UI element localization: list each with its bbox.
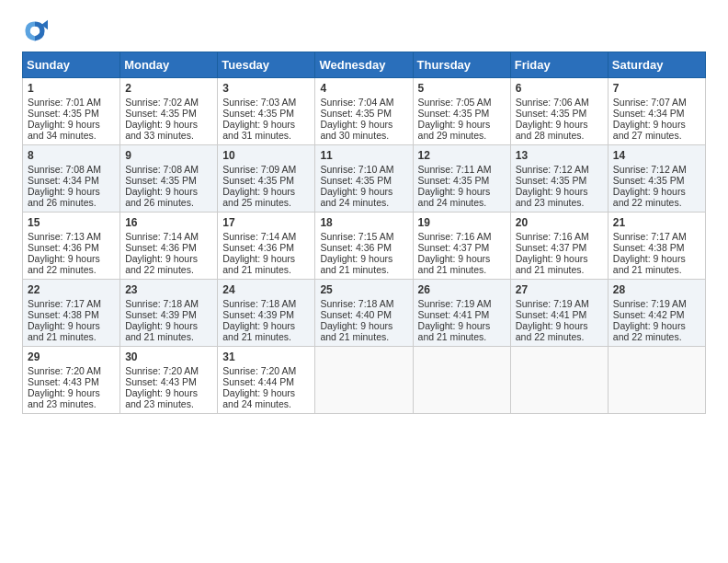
daylight-label: Daylight: 9 hours and 25 minutes. [222,186,295,208]
calendar-cell: 22Sunrise: 7:17 AMSunset: 4:38 PMDayligh… [23,280,120,347]
calendar-cell [413,347,510,414]
calendar-week-row: 29Sunrise: 7:20 AMSunset: 4:43 PMDayligh… [23,347,706,414]
day-number: 15 [28,216,115,229]
daylight-label: Daylight: 9 hours and 29 minutes. [418,119,491,141]
sunrise-label: Sunrise: 7:10 AM [320,164,393,175]
daylight-label: Daylight: 9 hours and 23 minutes. [125,387,198,409]
day-number: 14 [613,149,700,162]
daylight-label: Daylight: 9 hours and 23 minutes. [516,186,588,208]
calendar-cell: 7Sunrise: 7:07 AMSunset: 4:34 PMDaylight… [608,78,705,145]
calendar-cell [315,347,413,414]
daylight-label: Daylight: 9 hours and 30 minutes. [320,119,392,141]
daylight-label: Daylight: 9 hours and 21 minutes. [516,253,588,275]
calendar-cell: 20Sunrise: 7:16 AMSunset: 4:37 PMDayligh… [510,213,608,280]
day-number: 1 [28,82,115,95]
calendar-cell: 25Sunrise: 7:18 AMSunset: 4:40 PMDayligh… [315,280,413,347]
daylight-label: Daylight: 9 hours and 21 minutes. [418,253,491,275]
calendar-header-row: SundayMondayTuesdayWednesdayThursdayFrid… [23,52,706,78]
logo [22,18,51,44]
day-number: 10 [222,149,310,162]
day-number: 18 [320,216,407,229]
calendar-cell [510,347,608,414]
sunset-label: Sunset: 4:35 PM [222,175,294,186]
day-number: 25 [320,283,407,296]
day-number: 28 [613,283,700,296]
sunset-label: Sunset: 4:38 PM [613,242,685,253]
sunrise-label: Sunrise: 7:18 AM [320,298,393,309]
day-number: 22 [28,283,115,296]
sunrise-label: Sunrise: 7:03 AM [222,97,296,108]
daylight-label: Daylight: 9 hours and 21 minutes. [222,320,295,342]
sunset-label: Sunset: 4:37 PM [418,242,490,253]
sunset-label: Sunset: 4:41 PM [418,309,490,320]
weekday-header-saturday: Saturday [608,52,705,78]
daylight-label: Daylight: 9 hours and 21 minutes. [125,320,198,342]
calendar-cell [608,347,705,414]
daylight-label: Daylight: 9 hours and 21 minutes. [418,320,491,342]
calendar-cell: 19Sunrise: 7:16 AMSunset: 4:37 PMDayligh… [413,213,510,280]
sunset-label: Sunset: 4:44 PM [222,376,294,387]
calendar-cell: 2Sunrise: 7:02 AMSunset: 4:35 PMDaylight… [120,78,218,145]
daylight-label: Daylight: 9 hours and 23 minutes. [28,387,100,409]
daylight-label: Daylight: 9 hours and 28 minutes. [516,119,588,141]
calendar-week-row: 8Sunrise: 7:08 AMSunset: 4:34 PMDaylight… [23,145,706,213]
calendar-cell: 31Sunrise: 7:20 AMSunset: 4:44 PMDayligh… [218,347,315,414]
sunset-label: Sunset: 4:37 PM [516,242,587,253]
sunrise-label: Sunrise: 7:07 AM [613,97,687,108]
day-number: 12 [418,149,506,162]
sunrise-label: Sunrise: 7:16 AM [418,231,492,242]
sunset-label: Sunset: 4:43 PM [28,376,99,387]
day-number: 7 [613,82,700,95]
daylight-label: Daylight: 9 hours and 21 minutes. [320,320,392,342]
daylight-label: Daylight: 9 hours and 27 minutes. [613,119,686,141]
daylight-label: Daylight: 9 hours and 24 minutes. [320,186,392,208]
calendar-cell: 15Sunrise: 7:13 AMSunset: 4:36 PMDayligh… [23,213,120,280]
sunset-label: Sunset: 4:35 PM [125,175,197,186]
daylight-label: Daylight: 9 hours and 34 minutes. [28,119,100,141]
sunset-label: Sunset: 4:35 PM [28,108,99,119]
sunrise-label: Sunrise: 7:04 AM [320,97,393,108]
day-number: 16 [125,216,212,229]
sunset-label: Sunset: 4:34 PM [28,175,99,186]
calendar-cell: 12Sunrise: 7:11 AMSunset: 4:35 PMDayligh… [413,145,510,213]
day-number: 24 [222,283,310,296]
sunset-label: Sunset: 4:36 PM [222,242,294,253]
day-number: 4 [320,82,407,95]
day-number: 8 [28,149,115,162]
day-number: 6 [516,82,603,95]
sunset-label: Sunset: 4:43 PM [125,376,197,387]
sunrise-label: Sunrise: 7:02 AM [125,97,199,108]
daylight-label: Daylight: 9 hours and 24 minutes. [222,387,295,409]
day-number: 9 [125,149,212,162]
day-number: 2 [125,82,212,95]
daylight-label: Daylight: 9 hours and 21 minutes. [320,253,392,275]
calendar-cell: 6Sunrise: 7:06 AMSunset: 4:35 PMDaylight… [510,78,608,145]
daylight-label: Daylight: 9 hours and 21 minutes. [613,253,686,275]
weekday-header-thursday: Thursday [413,52,510,78]
calendar-cell: 16Sunrise: 7:14 AMSunset: 4:36 PMDayligh… [120,213,218,280]
day-number: 17 [222,216,310,229]
day-number: 21 [613,216,700,229]
calendar-cell: 1Sunrise: 7:01 AMSunset: 4:35 PMDaylight… [23,78,120,145]
daylight-label: Daylight: 9 hours and 26 minutes. [125,186,198,208]
sunset-label: Sunset: 4:35 PM [222,108,294,119]
day-number: 3 [222,82,310,95]
calendar-cell: 17Sunrise: 7:14 AMSunset: 4:36 PMDayligh… [218,213,315,280]
sunrise-label: Sunrise: 7:08 AM [28,164,101,175]
day-number: 27 [516,283,603,296]
calendar-cell: 8Sunrise: 7:08 AMSunset: 4:34 PMDaylight… [23,145,120,213]
sunrise-label: Sunrise: 7:17 AM [28,298,101,309]
calendar-cell: 24Sunrise: 7:18 AMSunset: 4:39 PMDayligh… [218,280,315,347]
sunrise-label: Sunrise: 7:15 AM [320,231,393,242]
page-header [22,18,706,44]
daylight-label: Daylight: 9 hours and 22 minutes. [613,186,686,208]
calendar-cell: 9Sunrise: 7:08 AMSunset: 4:35 PMDaylight… [120,145,218,213]
sunset-label: Sunset: 4:34 PM [613,108,685,119]
sunset-label: Sunset: 4:36 PM [320,242,392,253]
weekday-header-wednesday: Wednesday [315,52,413,78]
weekday-header-friday: Friday [510,52,608,78]
sunrise-label: Sunrise: 7:06 AM [516,97,589,108]
weekday-header-tuesday: Tuesday [218,52,315,78]
sunrise-label: Sunrise: 7:20 AM [222,365,296,376]
sunrise-label: Sunrise: 7:14 AM [125,231,199,242]
